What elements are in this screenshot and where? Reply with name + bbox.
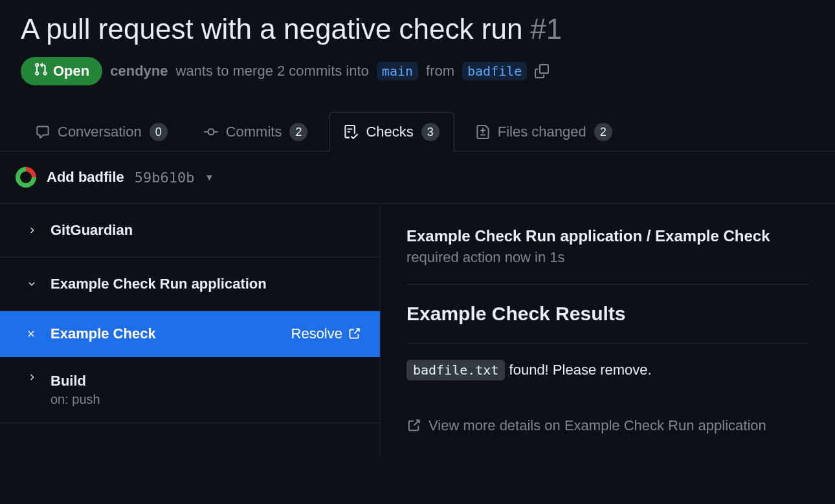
tab-checks[interactable]: Checks 3 (329, 112, 454, 151)
pr-tabs: Conversation 0 Commits 2 Checks 3 Files … (0, 111, 835, 151)
caret-down-icon: ▼ (205, 172, 214, 182)
sidebar-item-label: GitGuardian (50, 222, 133, 239)
tab-count: 0 (150, 123, 168, 141)
tab-conversation[interactable]: Conversation 0 (21, 112, 183, 151)
results-heading: Example Check Results (406, 303, 809, 325)
checks-sidebar: GitGuardian Example Check Run applicatio… (0, 204, 381, 457)
head-branch[interactable]: badfile (462, 62, 527, 80)
resolve-button[interactable]: Resolve (291, 325, 361, 342)
check-title: Example Check Run application / Example … (406, 227, 809, 245)
chevron-right-icon (26, 226, 38, 235)
tab-label: Files changed (498, 124, 586, 140)
sidebar-item-gitguardian[interactable]: GitGuardian (0, 204, 380, 257)
pr-state-badge: Open (21, 57, 102, 85)
sidebar-item-build[interactable]: Build on: push (0, 357, 380, 423)
pr-state-label: Open (53, 63, 89, 80)
tab-files[interactable]: Files changed 2 (461, 112, 627, 151)
build-trigger: on: push (50, 392, 100, 407)
chevron-down-icon (26, 279, 38, 289)
tab-count: 2 (594, 123, 612, 141)
tab-commits[interactable]: Commits 2 (189, 112, 323, 151)
tab-count: 3 (421, 123, 440, 141)
sidebar-item-example-app[interactable]: Example Check Run application (0, 257, 380, 311)
file-diff-icon (476, 125, 490, 139)
base-branch[interactable]: main (377, 62, 418, 80)
divider (406, 343, 809, 344)
external-link-icon (406, 419, 421, 433)
pr-author[interactable]: cendyne (110, 63, 168, 80)
tab-count: 2 (289, 123, 307, 141)
view-more-link[interactable]: View more details on Example Check Run a… (406, 417, 809, 434)
result-message: badfile.txt found! Please remove. (406, 362, 809, 378)
view-more-label: View more details on Example Check Run a… (429, 417, 766, 434)
pull-request-icon (34, 62, 48, 80)
x-icon (26, 329, 38, 339)
sidebar-item-label: Example Check (50, 325, 156, 342)
external-link-icon (348, 327, 361, 340)
tab-label: Commits (226, 124, 282, 140)
pr-title: A pull request with a negative check run (21, 13, 522, 45)
tab-label: Checks (366, 124, 413, 140)
resolve-label: Resolve (291, 325, 342, 342)
commit-icon (204, 125, 218, 139)
sidebar-item-example-check[interactable]: Example Check Resolve (0, 311, 380, 357)
pr-number: #1 (530, 13, 562, 45)
result-text: found! Please remove. (505, 362, 651, 378)
commit-sha: 59b610b (135, 170, 195, 186)
sidebar-item-label: Example Check Run application (50, 276, 267, 292)
check-subtitle: required action now in 1s (406, 249, 809, 266)
tab-label: Conversation (58, 124, 142, 140)
comment-icon (36, 125, 50, 139)
merge-text: wants to merge 2 commits into (176, 63, 369, 80)
status-donut-icon (16, 167, 36, 188)
checklist-icon (344, 125, 358, 139)
commit-title: Add badfile (47, 169, 124, 186)
result-filename: badfile.txt (406, 360, 505, 380)
divider (406, 284, 809, 285)
chevron-right-icon (26, 373, 38, 382)
commit-selector[interactable]: Add badfile 59b610b ▼ (0, 151, 835, 203)
check-detail: Example Check Run application / Example … (381, 204, 835, 457)
merge-from-text: from (426, 63, 454, 80)
sidebar-item-label: Build (50, 373, 100, 389)
copy-icon[interactable] (535, 64, 549, 78)
